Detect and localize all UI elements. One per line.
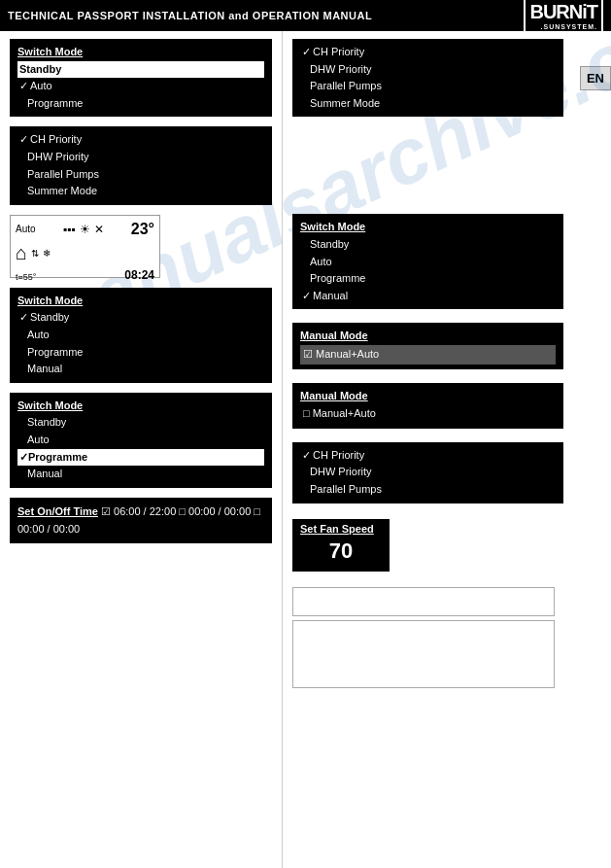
ch-priority-right-1: CH Priority DHW Priority Parallel Pumps … xyxy=(292,39,563,117)
battery-icon: ▪▪▪ xyxy=(63,223,76,236)
sw5-standby: Standby xyxy=(17,414,264,432)
rchr3-parallel-pumps: Parallel Pumps xyxy=(300,481,556,499)
medium-box-1 xyxy=(292,620,555,688)
sw4-auto: Auto xyxy=(17,327,264,344)
rchr1-ch-priority: CH Priority xyxy=(300,44,556,61)
auto-top-row: Auto ▪▪▪ ☀ ✕ 23° xyxy=(16,221,154,238)
switch-mode-right-2: Switch Mode Standby Auto Programme Manua… xyxy=(292,214,563,309)
small-box-area xyxy=(292,587,563,688)
main-content: Switch Mode Standby Auto Programme CH Pr… xyxy=(0,31,611,868)
auto-display-widget: Auto ▪▪▪ ☀ ✕ 23° ⌂ ⇅ ❄ t=55° 08:24 xyxy=(10,215,160,278)
header-title: TECHNICAL PASSPORT INSTALLATION and OPER… xyxy=(8,10,372,21)
temp-set: t=55° xyxy=(16,272,36,282)
sw1-standby: Standby xyxy=(17,61,264,79)
fan-speed-widget: Set Fan Speed 70 xyxy=(292,519,390,572)
snowflake-icon: ❄ xyxy=(43,248,51,259)
rchr1-dhw-priority: DHW Priority xyxy=(300,61,556,79)
mm1-option: ☑ Manual+Auto xyxy=(300,345,556,365)
ch1-summer-mode: Summer Mode xyxy=(17,183,264,200)
mm1-title: Manual Mode xyxy=(300,330,368,341)
sw-r2-standby: Standby xyxy=(300,236,556,254)
sw4-programme: Programme xyxy=(17,344,264,362)
ch1-ch-priority: CH Priority xyxy=(17,131,264,149)
switch-mode-widget-1: Switch Mode Standby Auto Programme xyxy=(10,39,272,117)
sw-r2-manual: Manual xyxy=(300,288,556,305)
sw-r2-auto: Auto xyxy=(300,254,556,271)
sw-r2-title: Switch Mode xyxy=(300,221,365,232)
brand-logo: BURNiT .SUNSYSTEM. xyxy=(524,0,603,33)
sw1-auto: Auto xyxy=(17,78,264,95)
auto-bottom-row: t=55° 08:24 xyxy=(16,268,154,282)
rchr1-summer-mode: Summer Mode xyxy=(300,95,556,113)
sw4-manual: Manual xyxy=(17,361,264,378)
arrows-icon: ⇅ xyxy=(31,248,39,259)
switch-mode-widget-4: Switch Mode Standby Auto Programme Manua… xyxy=(10,288,272,383)
sw1-title: Switch Mode xyxy=(17,46,83,57)
time-display: 08:24 xyxy=(124,268,154,282)
fan-speed-value: 70 xyxy=(300,538,382,564)
sw5-auto: Auto xyxy=(17,432,264,449)
temp-display: 23° xyxy=(131,221,154,238)
manual-mode-widget-1: Manual Mode ☑ Manual+Auto xyxy=(292,323,563,368)
rchr3-ch-priority: CH Priority xyxy=(300,447,556,465)
rchr3-dhw-priority: DHW Priority xyxy=(300,464,556,481)
sw-r2-programme: Programme xyxy=(300,270,556,288)
auto-label: Auto xyxy=(16,224,36,234)
header: TECHNICAL PASSPORT INSTALLATION and OPER… xyxy=(0,0,611,31)
sw5-title: Switch Mode xyxy=(17,399,83,411)
onoff-time-widget: Set On/Off Time ☑ 06:00 / 22:00 □ 00:00 … xyxy=(10,498,272,543)
sw1-programme: Programme xyxy=(17,95,264,113)
ch1-dhw-priority: DHW Priority xyxy=(17,149,264,166)
mm2-title: Manual Mode xyxy=(300,390,368,401)
onoff-title: Set On/Off Time xyxy=(17,505,98,517)
small-box-1 xyxy=(292,587,555,616)
sw5-manual: Manual xyxy=(17,466,264,483)
onoff-row-2: □ 00:00 / 00:00 xyxy=(179,505,251,517)
mm2-option: □ Manual+Auto xyxy=(300,404,556,424)
right-column: CH Priority DHW Priority Parallel Pumps … xyxy=(282,31,573,868)
x-icon: ✕ xyxy=(94,223,104,236)
manual-mode-widget-2: Manual Mode □ Manual+Auto xyxy=(292,383,563,429)
ch-priority-right-3: CH Priority DHW Priority Parallel Pumps xyxy=(292,442,563,503)
sun-icon: ☀ xyxy=(80,223,90,236)
ch1-parallel-pumps: Parallel Pumps xyxy=(17,166,264,184)
fan-speed-title: Set Fan Speed xyxy=(300,523,382,535)
sw5-programme: ✓Programme xyxy=(17,449,264,467)
icons-row: ▪▪▪ ☀ ✕ xyxy=(63,223,104,236)
sw4-standby: Standby xyxy=(17,309,264,327)
spacer-1 xyxy=(292,126,563,204)
switch-mode-widget-5: Switch Mode Standby Auto ✓Programme Manu… xyxy=(10,393,272,488)
rchr1-parallel-pumps: Parallel Pumps xyxy=(300,78,556,95)
onoff-row-1: ☑ 06:00 / 22:00 xyxy=(101,505,176,517)
left-column: Switch Mode Standby Auto Programme CH Pr… xyxy=(0,31,282,868)
ch-priority-widget-1: CH Priority DHW Priority Parallel Pumps … xyxy=(10,126,272,204)
house-icon: ⌂ xyxy=(16,242,27,264)
sw4-title: Switch Mode xyxy=(17,295,83,306)
